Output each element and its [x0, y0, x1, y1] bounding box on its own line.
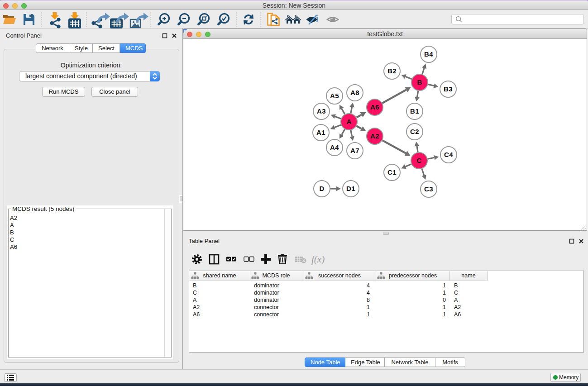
- svg-text:C1: C1: [387, 168, 397, 176]
- svg-text:A: A: [346, 118, 351, 125]
- svg-text:C3: C3: [424, 185, 433, 193]
- svg-text:A3: A3: [317, 107, 326, 115]
- svg-text:shared name: shared name: [203, 272, 236, 279]
- svg-text:A6: A6: [370, 103, 379, 111]
- svg-text:C: C: [416, 157, 421, 164]
- svg-text:B: B: [417, 78, 422, 86]
- svg-text:A7: A7: [350, 147, 359, 154]
- svg-text:B3: B3: [444, 85, 453, 93]
- svg-text:B1: B1: [410, 107, 419, 115]
- svg-text:A2: A2: [370, 132, 379, 140]
- svg-text:A5: A5: [330, 92, 339, 100]
- svg-text:name: name: [461, 272, 475, 279]
- svg-text:A4: A4: [330, 143, 339, 151]
- svg-text:C2: C2: [410, 128, 419, 135]
- svg-text:predecessor nodes: predecessor nodes: [389, 272, 437, 279]
- svg-text:D1: D1: [346, 185, 355, 192]
- svg-text:successor nodes: successor nodes: [318, 272, 361, 279]
- svg-text:C4: C4: [444, 151, 453, 158]
- svg-text:f(x): f(x): [311, 254, 325, 265]
- svg-text:A1: A1: [316, 129, 325, 136]
- svg-text:B2: B2: [387, 67, 397, 75]
- svg-text:B4: B4: [424, 50, 433, 58]
- svg-text:A8: A8: [350, 89, 359, 96]
- svg-text:MCDS role: MCDS role: [262, 272, 290, 279]
- svg-text:D: D: [319, 185, 324, 192]
